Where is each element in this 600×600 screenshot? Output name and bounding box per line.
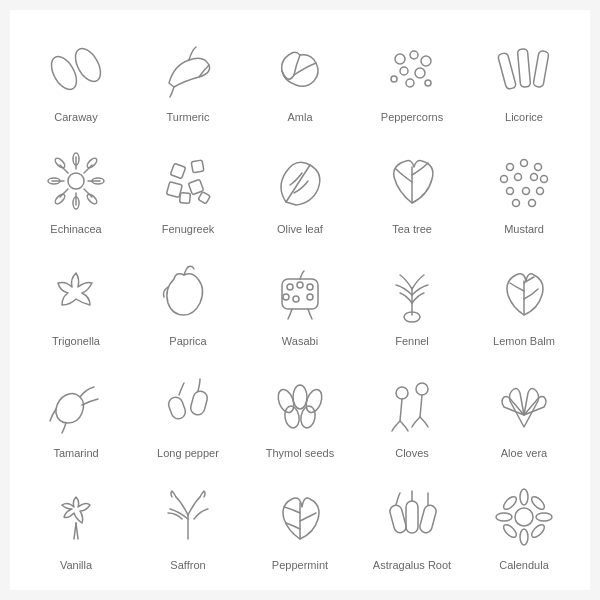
long-pepper-label: Long pepper [157, 447, 219, 460]
svg-point-47 [537, 187, 544, 194]
svg-point-48 [513, 199, 520, 206]
svg-rect-11 [517, 48, 530, 87]
svg-point-44 [541, 175, 548, 182]
herb-item-amla: Amla [244, 20, 356, 132]
wasabi-icon [264, 257, 336, 329]
mustard-icon [488, 145, 560, 217]
svg-point-13 [68, 173, 84, 189]
svg-point-40 [535, 163, 542, 170]
vanilla-icon [40, 481, 112, 553]
herb-item-calendula: Calendula [468, 468, 580, 580]
tamarind-icon [40, 369, 112, 441]
herb-item-olive-leaf: Olive leaf [244, 132, 356, 244]
astragalus-root-label: Astragalus Root [373, 559, 451, 572]
licorice-icon [488, 33, 560, 105]
svg-point-78 [496, 513, 512, 521]
svg-rect-59 [167, 395, 188, 420]
aloe-vera-icon [488, 369, 560, 441]
fenugreek-label: Fenugreek [162, 223, 215, 236]
svg-point-80 [502, 494, 519, 511]
herb-item-vanilla: Vanilla [20, 468, 132, 580]
herb-item-licorice: Licorice [468, 20, 580, 132]
saffron-icon [152, 481, 224, 553]
peppermint-icon [264, 481, 336, 553]
trigonella-icon [40, 257, 112, 329]
svg-line-20 [84, 165, 92, 173]
paprica-label: Paprica [169, 335, 206, 348]
svg-line-69 [420, 395, 422, 417]
svg-point-46 [523, 187, 530, 194]
tea-tree-icon [376, 145, 448, 217]
herb-item-wasabi: Wasabi [244, 244, 356, 356]
herb-item-peppercorns: Peppercorns [356, 20, 468, 132]
svg-point-51 [287, 284, 293, 290]
svg-point-39 [521, 159, 528, 166]
svg-point-5 [400, 67, 408, 75]
olive-leaf-label: Olive leaf [277, 223, 323, 236]
svg-point-45 [507, 187, 514, 194]
svg-point-4 [421, 56, 431, 66]
tamarind-label: Tamarind [53, 447, 98, 460]
svg-point-41 [501, 175, 508, 182]
svg-point-81 [530, 522, 547, 539]
turmeric-icon [152, 33, 224, 105]
svg-rect-10 [498, 52, 517, 89]
calendula-icon [488, 481, 560, 553]
herb-item-tea-tree: Tea tree [356, 132, 468, 244]
long-pepper-icon [152, 369, 224, 441]
svg-point-0 [46, 52, 81, 93]
olive-leaf-icon [264, 145, 336, 217]
fennel-label: Fennel [395, 335, 429, 348]
aloe-vera-label: Aloe vera [501, 447, 547, 460]
svg-rect-74 [419, 504, 438, 534]
herb-item-fenugreek: Fenugreek [132, 132, 244, 244]
trigonella-label: Trigonella [52, 335, 100, 348]
herb-item-lemon-balm: Lemon Balm [468, 244, 580, 356]
svg-rect-31 [191, 160, 204, 173]
cloves-label: Cloves [395, 447, 429, 460]
herb-item-echinacea: Echinacea [20, 132, 132, 244]
amla-label: Amla [287, 111, 312, 124]
vanilla-label: Vanilla [60, 559, 92, 572]
paprica-icon [152, 257, 224, 329]
herb-item-mustard: Mustard [468, 132, 580, 244]
thymol-seeds-icon [264, 369, 336, 441]
svg-point-62 [293, 385, 307, 409]
herb-item-astragalus-root: Astragalus Root [356, 468, 468, 580]
svg-point-52 [297, 282, 303, 288]
svg-point-55 [293, 296, 299, 302]
herb-item-fennel: Fennel [356, 244, 468, 356]
svg-point-83 [502, 522, 519, 539]
svg-point-66 [396, 387, 408, 399]
svg-point-42 [515, 173, 522, 180]
turmeric-label: Turmeric [167, 111, 210, 124]
svg-line-21 [60, 189, 68, 197]
svg-point-68 [416, 383, 428, 395]
svg-rect-30 [170, 163, 185, 178]
caraway-icon [40, 33, 112, 105]
svg-point-77 [520, 529, 528, 545]
herb-item-long-pepper: Long pepper [132, 356, 244, 468]
svg-point-8 [391, 76, 397, 82]
svg-point-7 [406, 79, 414, 87]
svg-rect-12 [533, 50, 549, 87]
svg-point-56 [307, 294, 313, 300]
svg-point-9 [425, 80, 431, 86]
svg-rect-72 [389, 504, 408, 534]
svg-point-29 [54, 192, 67, 205]
echinacea-label: Echinacea [50, 223, 101, 236]
svg-line-67 [400, 399, 402, 421]
fenugreek-icon [152, 145, 224, 217]
svg-point-82 [530, 494, 547, 511]
svg-point-2 [395, 54, 405, 64]
calendula-label: Calendula [499, 559, 549, 572]
svg-rect-73 [406, 501, 418, 533]
svg-rect-60 [189, 389, 209, 416]
herb-item-tamarind: Tamarind [20, 356, 132, 468]
svg-point-43 [531, 173, 538, 180]
svg-rect-35 [198, 191, 210, 203]
herb-item-peppermint: Peppermint [244, 468, 356, 580]
lemon-balm-label: Lemon Balm [493, 335, 555, 348]
svg-point-75 [515, 508, 533, 526]
herb-item-turmeric: Turmeric [132, 20, 244, 132]
